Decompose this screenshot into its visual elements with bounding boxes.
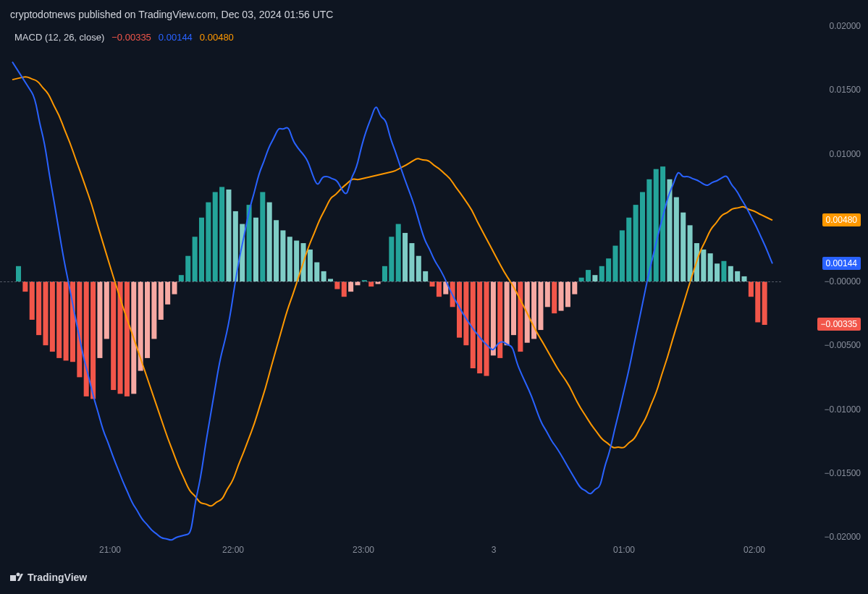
svg-rect-60 (423, 271, 428, 281)
svg-rect-14 (111, 281, 116, 390)
svg-rect-5 (50, 281, 55, 352)
svg-rect-44 (314, 263, 319, 281)
svg-rect-1 (22, 281, 28, 292)
y-tick: 0.01500 (830, 85, 861, 95)
svg-rect-89 (620, 230, 625, 281)
zero-gridline (0, 281, 781, 282)
tradingview-logo: TradingView (10, 572, 87, 583)
svg-rect-84 (586, 270, 591, 281)
svg-rect-12 (97, 281, 102, 358)
svg-rect-109 (755, 281, 760, 322)
svg-rect-72 (505, 281, 510, 345)
x-axis[interactable]: 21:0022:0023:00301:0002:00 (9, 545, 776, 559)
svg-rect-27 (199, 218, 204, 281)
y-tick: 0.02000 (830, 21, 861, 31)
svg-rect-52 (368, 281, 374, 287)
svg-rect-79 (552, 281, 557, 313)
svg-rect-47 (334, 281, 340, 289)
svg-rect-37 (267, 203, 272, 281)
svg-rect-13 (104, 281, 109, 339)
svg-rect-28 (206, 203, 211, 281)
svg-rect-111 (10, 575, 16, 581)
svg-rect-3 (36, 281, 41, 335)
svg-rect-59 (416, 256, 421, 281)
svg-rect-86 (599, 266, 604, 281)
x-tick: 23:00 (353, 545, 374, 555)
svg-rect-7 (64, 281, 69, 360)
chart-svg (9, 26, 776, 554)
svg-rect-22 (165, 281, 170, 305)
y-tick: −0.01500 (825, 468, 861, 478)
svg-rect-92 (640, 192, 645, 281)
svg-rect-24 (179, 275, 184, 281)
svg-rect-0 (16, 266, 21, 281)
svg-rect-25 (185, 256, 190, 281)
y-tick: 0.01000 (830, 149, 861, 159)
svg-rect-110 (762, 281, 767, 325)
svg-rect-69 (484, 281, 489, 376)
svg-rect-21 (159, 281, 164, 320)
svg-rect-71 (497, 281, 502, 358)
chart-container: { "attribution": "cryptodotnews publishe… (0, 0, 868, 594)
svg-rect-107 (742, 276, 747, 281)
attribution-text: cryptodotnews published on TradingView.c… (10, 9, 333, 20)
svg-rect-102 (708, 253, 713, 281)
svg-rect-19 (145, 281, 150, 358)
svg-rect-20 (151, 281, 156, 339)
svg-rect-30 (219, 187, 224, 281)
svg-rect-80 (559, 281, 564, 311)
svg-rect-66 (463, 281, 468, 345)
price-badge-hist: −0.00335 (817, 318, 861, 331)
svg-rect-78 (545, 281, 550, 307)
svg-rect-106 (735, 271, 740, 281)
svg-rect-48 (342, 281, 347, 297)
svg-rect-97 (674, 198, 679, 281)
svg-rect-6 (56, 281, 62, 358)
svg-rect-38 (274, 220, 279, 281)
svg-rect-36 (260, 192, 265, 281)
y-axis[interactable]: 0.020000.015000.010000.00500−0.00000−0.0… (781, 26, 868, 554)
svg-point-112 (17, 573, 20, 577)
svg-rect-61 (430, 281, 435, 287)
svg-rect-82 (572, 281, 577, 294)
svg-rect-88 (613, 246, 618, 281)
svg-rect-85 (592, 275, 597, 281)
svg-rect-11 (90, 281, 96, 399)
svg-rect-45 (321, 271, 326, 281)
svg-rect-70 (491, 281, 496, 355)
svg-rect-40 (287, 237, 292, 281)
svg-rect-91 (633, 205, 639, 281)
svg-rect-58 (409, 243, 414, 281)
svg-rect-101 (701, 250, 706, 281)
x-tick: 21:00 (99, 545, 121, 555)
brand-text: TradingView (28, 572, 87, 583)
svg-rect-26 (193, 237, 198, 281)
svg-rect-57 (403, 233, 408, 281)
price-badge-signal: 0.00480 (822, 213, 861, 226)
x-tick: 02:00 (743, 545, 765, 555)
svg-rect-2 (30, 281, 35, 320)
svg-rect-99 (688, 225, 693, 281)
plot-area[interactable] (9, 26, 776, 554)
x-tick: 01:00 (613, 545, 635, 555)
svg-rect-55 (389, 237, 394, 281)
svg-rect-108 (749, 281, 754, 297)
svg-rect-23 (172, 281, 177, 294)
svg-rect-77 (538, 281, 543, 330)
svg-rect-104 (721, 261, 726, 281)
tradingview-icon (10, 572, 23, 582)
y-tick: −0.00000 (825, 276, 861, 287)
svg-rect-41 (294, 241, 299, 281)
svg-rect-54 (382, 266, 387, 281)
y-tick: −0.02000 (825, 532, 861, 542)
svg-rect-56 (396, 224, 401, 281)
svg-rect-43 (308, 250, 313, 281)
svg-rect-103 (715, 263, 720, 281)
svg-rect-98 (681, 213, 686, 281)
svg-rect-4 (43, 281, 48, 345)
svg-rect-94 (654, 169, 659, 281)
svg-rect-49 (348, 281, 353, 292)
y-tick: −0.01000 (825, 404, 861, 415)
svg-rect-90 (626, 218, 631, 281)
svg-rect-39 (280, 230, 285, 281)
